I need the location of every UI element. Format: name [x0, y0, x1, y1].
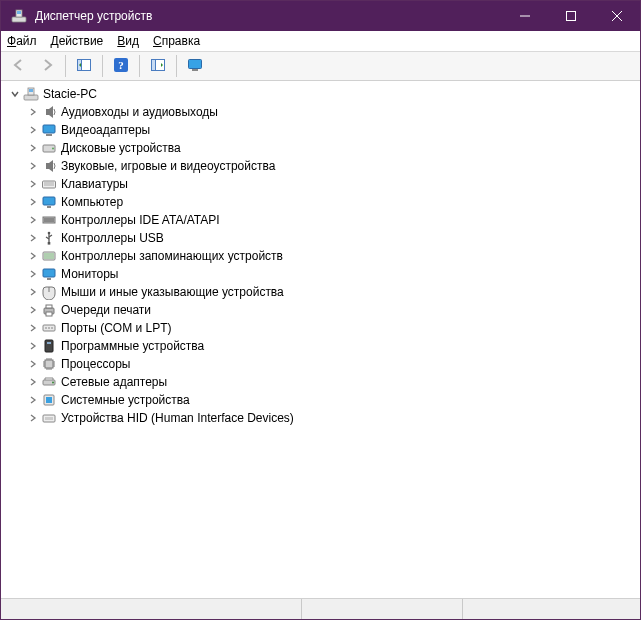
toolbar-monitor[interactable] — [182, 53, 208, 79]
svg-rect-0 — [12, 17, 26, 22]
toolbar-forward[interactable] — [34, 53, 60, 79]
usb-icon — [41, 230, 57, 246]
disk-icon — [41, 140, 57, 156]
ide-icon — [41, 212, 57, 228]
chevron-right-icon[interactable] — [27, 412, 39, 424]
tree-category-node[interactable]: Компьютер — [27, 193, 640, 211]
tree-category-node[interactable]: Процессоры — [27, 355, 640, 373]
tree-root-label: Stacie-PC — [43, 85, 97, 103]
tree-category-label: Видеоадаптеры — [61, 121, 150, 139]
tree-category-label: Контроллеры USB — [61, 229, 164, 247]
scan-icon — [150, 57, 166, 76]
tree-category-node[interactable]: Дисковые устройства — [27, 139, 640, 157]
tree-category-label: Мониторы — [61, 265, 118, 283]
tree-category-node[interactable]: Мыши и иные указывающие устройства — [27, 283, 640, 301]
audio-icon — [41, 104, 57, 120]
toolbar: ? — [1, 52, 640, 81]
tree-category-node[interactable]: Сетевые адаптеры — [27, 373, 640, 391]
toolbar-back[interactable] — [6, 53, 32, 79]
svg-rect-17 — [29, 89, 33, 92]
tree-category-label: Очереди печати — [61, 301, 151, 319]
tree-category-node[interactable]: Контроллеры запоминающих устройств — [27, 247, 640, 265]
toolbar-show-hidden[interactable] — [71, 53, 97, 79]
tree-category-node[interactable]: Контроллеры USB — [27, 229, 640, 247]
chevron-right-icon[interactable] — [27, 178, 39, 190]
arrow-left-icon — [11, 57, 27, 76]
menu-view[interactable]: Вид — [117, 34, 139, 48]
tree-category-label: Программные устройства — [61, 337, 204, 355]
monitor-icon — [187, 57, 203, 76]
software-icon — [41, 338, 57, 354]
chevron-right-icon[interactable] — [27, 232, 39, 244]
printer-icon — [41, 302, 57, 318]
maximize-button[interactable] — [548, 1, 594, 31]
toolbar-help[interactable]: ? — [108, 53, 134, 79]
tree-category-node[interactable]: Звуковые, игровые и видеоустройства — [27, 157, 640, 175]
chevron-right-icon[interactable] — [27, 124, 39, 136]
svg-rect-4 — [567, 12, 576, 21]
help-icon: ? — [113, 57, 129, 76]
chevron-right-icon[interactable] — [27, 268, 39, 280]
tree-category-label: Устройства HID (Human Interface Devices) — [61, 409, 294, 427]
tree-category-label: Сетевые адаптеры — [61, 373, 167, 391]
tree-category-label: Мыши и иные указывающие устройства — [61, 283, 284, 301]
system-icon — [41, 392, 57, 408]
chevron-right-icon[interactable] — [27, 358, 39, 370]
tree-category-label: Аудиовходы и аудиовыходы — [61, 103, 218, 121]
chevron-right-icon[interactable] — [27, 376, 39, 388]
display-icon — [41, 122, 57, 138]
tree-category-node[interactable]: Контроллеры IDE ATA/ATAPI — [27, 211, 640, 229]
hid-icon — [41, 410, 57, 426]
tree-category-label: Клавиатуры — [61, 175, 128, 193]
chevron-right-icon[interactable] — [27, 322, 39, 334]
computer-icon — [23, 86, 39, 102]
tree-category-label: Компьютер — [61, 193, 123, 211]
chevron-right-icon[interactable] — [27, 304, 39, 316]
tree-category-label: Контроллеры запоминающих устройств — [61, 247, 283, 265]
chevron-right-icon[interactable] — [27, 394, 39, 406]
chevron-right-icon[interactable] — [27, 250, 39, 262]
arrow-right-icon — [39, 57, 55, 76]
menubar: Файл Действие Вид Справка — [1, 31, 640, 52]
close-button[interactable] — [594, 1, 640, 31]
panel-icon — [76, 57, 92, 76]
tree-category-label: Дисковые устройства — [61, 139, 181, 157]
svg-rect-15 — [24, 95, 38, 100]
tree-category-node[interactable]: Порты (COM и LPT) — [27, 319, 640, 337]
menu-file[interactable]: Файл — [7, 34, 37, 48]
network-icon — [41, 374, 57, 390]
chevron-right-icon[interactable] — [27, 106, 39, 118]
storage-icon — [41, 248, 57, 264]
tree-category-node[interactable]: Видеоадаптеры — [27, 121, 640, 139]
tree-category-label: Звуковые, игровые и видеоустройства — [61, 157, 275, 175]
chevron-right-icon[interactable] — [27, 286, 39, 298]
app-icon — [11, 8, 27, 24]
device-manager-window: Диспетчер устройств Файл Действие Вид Сп… — [0, 0, 641, 620]
svg-rect-2 — [17, 11, 21, 14]
tree-category-node[interactable]: Клавиатуры — [27, 175, 640, 193]
chevron-right-icon[interactable] — [27, 340, 39, 352]
cpu-icon — [41, 356, 57, 372]
tree-category-node[interactable]: Устройства HID (Human Interface Devices) — [27, 409, 640, 427]
tree-category-label: Процессоры — [61, 355, 131, 373]
chevron-right-icon[interactable] — [27, 214, 39, 226]
menu-help[interactable]: Справка — [153, 34, 200, 48]
tree-category-label: Порты (COM и LPT) — [61, 319, 172, 337]
tree-category-node[interactable]: Очереди печати — [27, 301, 640, 319]
chevron-right-icon[interactable] — [27, 196, 39, 208]
tree-root-node[interactable]: Stacie-PC — [9, 85, 640, 103]
tree-category-node[interactable]: Программные устройства — [27, 337, 640, 355]
tree-category-node[interactable]: Мониторы — [27, 265, 640, 283]
toolbar-scan[interactable] — [145, 53, 171, 79]
chevron-right-icon[interactable] — [27, 160, 39, 172]
device-tree[interactable]: Stacie-PC Аудиовходы и аудиовыходыВидеоа… — [1, 81, 640, 599]
tree-category-node[interactable]: Аудиовходы и аудиовыходы — [27, 103, 640, 121]
minimize-button[interactable] — [502, 1, 548, 31]
chevron-right-icon[interactable] — [27, 142, 39, 154]
menu-action[interactable]: Действие — [51, 34, 104, 48]
svg-rect-14 — [192, 69, 198, 71]
window-title: Диспетчер устройств — [35, 9, 152, 23]
svg-rect-13 — [189, 59, 202, 68]
tree-category-node[interactable]: Системные устройства — [27, 391, 640, 409]
chevron-down-icon[interactable] — [9, 88, 21, 100]
